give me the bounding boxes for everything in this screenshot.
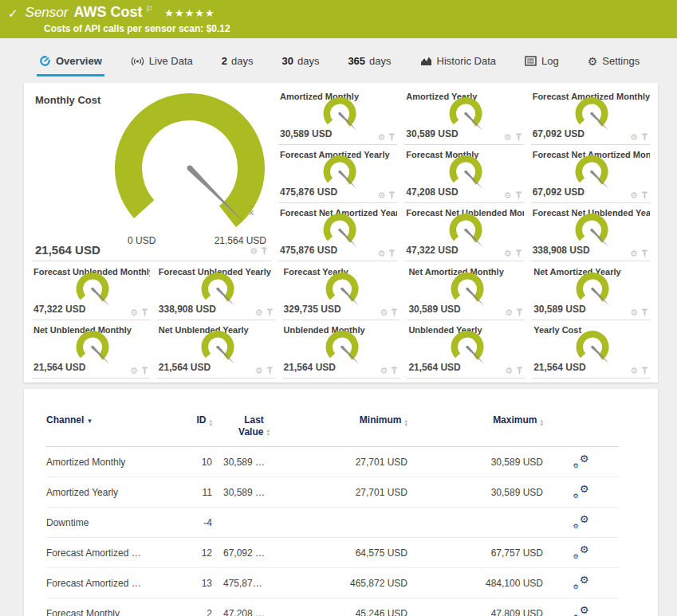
gear-icon[interactable]: ⚙ [505,367,513,375]
tab-settings[interactable]: ⚙ Settings [585,48,643,77]
pin-icon[interactable] [391,308,398,317]
channel-gauge-value: 475,876 USD [280,245,337,256]
gear-icon[interactable]: ⚙ [130,308,138,317]
pin-icon[interactable] [641,191,648,200]
channel-maximum [407,508,543,538]
gear-icon[interactable]: ⚙ [630,249,638,258]
gauge-panel-forecast-amortized-monthly[interactable]: Forecast Amortized Monthly 67,092 USD ⚙ [531,89,650,145]
channel-gauge-value: 47,208 USD [406,186,458,198]
gear-icon[interactable]: ⚙ [255,308,263,317]
tab-2-days[interactable]: 2 days [219,48,256,77]
gauge-panel-forecast-unblended-yearly[interactable]: Forecast Unblended Yearly 338,908 USD ⚙ [157,265,275,320]
channel-settings-icon[interactable]: ⚙⚙ [573,546,589,558]
gear-icon[interactable]: ⚙ [630,308,638,317]
column-header-maximum[interactable]: Maximum▴▾ [407,411,543,447]
gauge-panel-net-amortized-yearly[interactable]: Net Amortized Yearly 30,589 USD ⚙ [532,265,650,320]
tab-30-days[interactable]: 30 days [279,48,321,77]
pin-icon[interactable] [388,191,396,200]
channel-gauge-value: 67,092 USD [533,128,585,139]
channel-row-downtime[interactable]: Downtime -4 ⚙⚙ [46,508,619,538]
column-header-id[interactable]: ID▴▾ [190,411,212,447]
channel-row-forecast-amortized[interactable]: Forecast Amortized … 13 475,87… 465,872 … [46,568,619,598]
pin-icon[interactable] [391,367,398,375]
pin-icon[interactable] [141,367,148,375]
gauge-panel-net-unblended-yearly[interactable]: Net Unblended Yearly 21,564 USD ⚙ [157,323,275,379]
gear-icon[interactable]: ⚙ [630,133,638,142]
channel-settings-icon[interactable]: ⚙⚙ [573,455,589,467]
gear-icon[interactable]: ⚙ [255,367,263,375]
column-header-last-value[interactable]: LastValue▴▾ [212,411,296,447]
tab-historic-data[interactable]: Historic Data [418,48,498,77]
gauge-panel-amortized-yearly[interactable]: Amortized Yearly 30,589 USD ⚙ [404,89,523,145]
gear-icon[interactable]: ⚙ [630,191,638,200]
pin-icon[interactable] [515,191,522,200]
pin-icon[interactable] [641,308,648,317]
channel-settings-icon[interactable]: ⚙⚙ [573,606,589,616]
gear-icon[interactable]: ⚙ [377,133,385,142]
channel-row-amortized-yearly[interactable]: Amortized Yearly 11 30,589 … 27,701 USD … [46,477,619,508]
gauge-panel-yearly-cost[interactable]: Yearly Cost 21,564 USD ⚙ [532,323,650,379]
gauge-panel-unblended-monthly[interactable]: Unblended Monthly 21,564 USD ⚙ [282,323,400,379]
gauge-panel-amortized-monthly[interactable]: Amortized Monthly 30,589 USD ⚙ [278,89,397,145]
gauge-panel-unblended-yearly[interactable]: Unblended Yearly 21,564 USD ⚙ [407,323,525,379]
channel-row-forecast-amortized[interactable]: Forecast Amortized … 12 67,092 … 64,575 … [46,538,619,568]
chart-icon [420,56,432,66]
pin-icon[interactable] [516,367,523,375]
gear-icon[interactable]: ⚙ [504,249,512,258]
gauge-panel-net-unblended-monthly[interactable]: Net Unblended Monthly 21,564 USD ⚙ [32,323,150,379]
gauge-panel-forecast-amortized-yearly[interactable]: Forecast Amortized Yearly 475,876 USD ⚙ [278,147,397,203]
channel-gauge-value: 338,908 USD [533,245,590,256]
gear-icon[interactable]: ⚙ [130,367,138,375]
gear-icon[interactable]: ⚙ [630,367,638,375]
gear-icon[interactable]: ⚙ [504,191,512,200]
column-header-minimum[interactable]: Minimum▴▾ [296,411,407,447]
gear-icon[interactable]: ⚙ [380,367,388,375]
tab-log[interactable]: Log [522,48,561,77]
main-gauge-panel[interactable]: Monthly Cost x 0 USD 21,564 USD 21,564 U… [32,89,271,261]
gear-icon[interactable]: ⚙ [250,247,258,256]
channel-settings-icon[interactable]: ⚙⚙ [573,516,589,528]
channel-row-amortized-monthly[interactable]: Amortized Monthly 10 30,589 … 27,701 USD… [46,447,619,477]
channel-name: Forecast Monthly [46,598,190,616]
gauge-panel-forecast-net-amortized-mont[interactable]: Forecast Net Amortized Mont… 67,092 USD … [531,147,650,203]
pin-icon[interactable] [266,367,274,375]
channel-last-value [212,508,296,538]
tab-live-data[interactable]: Live Data [128,48,195,77]
gear-icon[interactable]: ⚙ [377,191,385,200]
channel-settings-icon[interactable]: ⚙⚙ [573,485,589,497]
pin-icon[interactable] [515,133,522,142]
gauge-panel-net-amortized-monthly[interactable]: Net Amortized Monthly 30,589 USD ⚙ [407,265,525,320]
pin-icon[interactable] [388,133,396,142]
pin-icon[interactable] [516,308,523,317]
pin-icon[interactable] [515,249,522,258]
gauge-panel-forecast-net-amortized-yearly[interactable]: Forecast Net Amortized Yearly 475,876 US… [278,206,397,261]
pin-icon[interactable] [266,308,274,317]
column-header-channel[interactable]: Channel▾ [46,411,190,447]
channel-name: Forecast Amortized … [46,538,190,568]
channel-settings-icon[interactable]: ⚙⚙ [573,576,589,588]
gauge-panel-forecast-unblended-monthly[interactable]: Forecast Unblended Monthly 47,322 USD ⚙ [32,265,150,320]
gauge-panel-forecast-net-unblended-yearly[interactable]: Forecast Net Unblended Yearly 338,908 US… [531,206,650,261]
gear-icon[interactable]: ⚙ [377,249,385,258]
gauge-panel-forecast-yearly[interactable]: Forecast Yearly 329,735 USD ⚙ [282,265,400,320]
sensor-header: ✓ Sensor AWS Cost ⚐ ★★★★★ Costs of API c… [0,0,677,38]
channel-last-value: 30,589 … [212,477,296,508]
tab-overview[interactable]: Overview [37,48,104,77]
tab-365-days[interactable]: 365 days [345,48,393,77]
gear-icon[interactable]: ⚙ [505,308,513,317]
gear-icon[interactable]: ⚙ [380,308,388,317]
gear-icon[interactable]: ⚙ [504,133,512,142]
gauge-panel-forecast-net-unblended-mon[interactable]: Forecast Net Unblended Mon… 47,322 USD ⚙ [404,206,523,261]
pin-icon[interactable] [641,367,648,375]
pin-icon[interactable] [141,308,148,317]
channel-row-forecast-monthly[interactable]: Forecast Monthly 2 47,208 … 45,246 USD 4… [46,598,619,616]
table-header-row: Channel▾ ID▴▾ LastValue▴▾ Minimum▴▾ Maxi… [46,411,619,447]
channel-name: Amortized Monthly [46,447,190,477]
pin-icon[interactable] [261,247,268,256]
pin-icon[interactable] [641,133,648,142]
pin-icon[interactable] [388,249,396,258]
priority-stars[interactable]: ★★★★★ [164,7,215,19]
flag-icon[interactable]: ⚐ [145,4,153,14]
pin-icon[interactable] [641,249,648,258]
gauge-panel-forecast-monthly[interactable]: Forecast Monthly 47,208 USD ⚙ [404,147,523,203]
